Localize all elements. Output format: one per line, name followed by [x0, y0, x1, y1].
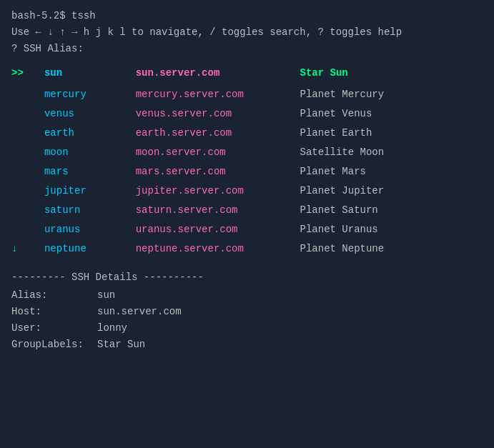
row-alias: venus	[44, 104, 136, 124]
table-row[interactable]: marsmars.server.comPlanet Mars	[11, 162, 483, 181]
divider: --------- SSH Details ----------	[11, 270, 483, 285]
host-text: jupiter.server.com	[136, 185, 244, 196]
server-list-table: >> sun sun.server.com Star Sun mercuryme…	[11, 64, 483, 259]
label-text: Planet Neptune	[300, 243, 385, 254]
header-host: sun.server.com	[136, 64, 300, 85]
prompt-line: bash-5.2$ tssh	[11, 9, 483, 24]
detail-alias-row: Alias: sun	[11, 288, 483, 303]
row-host: saturn.server.com	[136, 201, 300, 220]
row-alias: uranus	[44, 220, 136, 239]
table-row[interactable]: ↓neptuneneptune.server.comPlanet Neptune	[11, 239, 483, 259]
row-alias: jupiter	[44, 181, 136, 201]
row-indicator	[11, 162, 44, 181]
host-text: neptune.server.com	[136, 243, 244, 254]
label-text: Planet Venus	[300, 108, 372, 119]
prompt-text: bash-5.2$ tssh	[11, 10, 96, 21]
header-indicator: >>	[11, 64, 44, 85]
table-row[interactable]: saturnsaturn.server.comPlanet Saturn	[11, 201, 483, 220]
ssh-alias-line: ? SSH Alias:	[11, 41, 483, 56]
table-row[interactable]: earthearth.server.comPlanet Earth	[11, 124, 483, 143]
row-alias: saturn	[44, 201, 136, 220]
alias-text: moon	[44, 146, 69, 158]
row-alias: mercury	[44, 85, 136, 104]
detail-group-label: GroupLabels:	[11, 337, 97, 352]
label-text: Planet Mercury	[300, 89, 385, 100]
row-label: Planet Jupiter	[300, 181, 483, 201]
row-label: Planet Earth	[300, 124, 483, 143]
row-label: Planet Mars	[300, 162, 483, 181]
host-text: mars.server.com	[136, 166, 226, 177]
table-row[interactable]: moonmoon.server.comSatellite Moon	[11, 143, 483, 162]
alias-text: uranus	[44, 224, 80, 235]
indicator-icon: ↓	[11, 243, 17, 254]
row-alias: moon	[44, 143, 136, 162]
label-text: Planet Saturn	[300, 204, 378, 216]
row-label: Planet Uranus	[300, 220, 483, 239]
alias-text: neptune	[44, 243, 87, 254]
row-indicator	[11, 220, 44, 239]
row-alias: mars	[44, 162, 136, 181]
row-host: earth.server.com	[136, 124, 300, 143]
row-indicator	[11, 85, 44, 104]
row-label: Planet Mercury	[300, 85, 483, 104]
detail-host-row: Host: sun.server.com	[11, 304, 483, 319]
detail-user-value: lonny	[97, 321, 127, 336]
row-indicator	[11, 143, 44, 162]
detail-group-row: GroupLabels: Star Sun	[11, 337, 483, 352]
label-text: Planet Earth	[300, 127, 372, 139]
table-row[interactable]: uranusuranus.server.comPlanet Uranus	[11, 220, 483, 239]
table-row[interactable]: mercurymercury.server.comPlanet Mercury	[11, 85, 483, 104]
row-indicator	[11, 124, 44, 143]
alias-text: jupiter	[44, 185, 87, 196]
alias-text: mars	[44, 166, 69, 177]
label-text: Satellite Moon	[300, 146, 385, 158]
detail-alias-value: sun	[97, 288, 115, 303]
row-host: mercury.server.com	[136, 85, 300, 104]
ssh-alias-text: ? SSH Alias:	[11, 43, 84, 54]
detail-section: Alias: sun Host: sun.server.com User: lo…	[11, 288, 483, 352]
host-text: earth.server.com	[136, 127, 232, 139]
label-text: Planet Uranus	[300, 224, 378, 235]
host-text: moon.server.com	[136, 146, 226, 158]
label-text: Planet Mars	[300, 166, 366, 177]
table-row[interactable]: jupiterjupiter.server.comPlanet Jupiter	[11, 181, 483, 201]
row-alias: neptune	[44, 239, 136, 259]
row-label: Planet Saturn	[300, 201, 483, 220]
row-host: uranus.server.com	[136, 220, 300, 239]
host-text: venus.server.com	[136, 108, 232, 119]
alias-text: earth	[44, 127, 74, 139]
detail-host-value: sun.server.com	[97, 304, 182, 319]
host-text: saturn.server.com	[136, 204, 238, 216]
table-header-row: >> sun sun.server.com Star Sun	[11, 64, 483, 85]
table-row[interactable]: venusvenus.server.comPlanet Venus	[11, 104, 483, 124]
row-host: mars.server.com	[136, 162, 300, 181]
terminal-container: bash-5.2$ tssh Use ← ↓ ↑ → h j k l to na…	[11, 9, 483, 352]
row-indicator	[11, 181, 44, 201]
help-text: Use ← ↓ ↑ → h j k l to navigate, / toggl…	[11, 26, 402, 38]
detail-group-value: Star Sun	[97, 337, 145, 352]
row-host: jupiter.server.com	[136, 181, 300, 201]
help-line: Use ← ↓ ↑ → h j k l to navigate, / toggl…	[11, 25, 483, 40]
detail-alias-label: Alias:	[11, 288, 97, 303]
header-label: Star Sun	[300, 64, 483, 85]
detail-user-label: User:	[11, 321, 97, 336]
row-alias: earth	[44, 124, 136, 143]
row-label: Planet Neptune	[300, 239, 483, 259]
label-text: Planet Jupiter	[300, 185, 385, 196]
row-host: neptune.server.com	[136, 239, 300, 259]
alias-text: saturn	[44, 204, 80, 216]
host-text: uranus.server.com	[136, 224, 238, 235]
row-label: Satellite Moon	[300, 143, 483, 162]
alias-text: mercury	[44, 89, 87, 100]
row-indicator	[11, 104, 44, 124]
alias-text: venus	[44, 108, 74, 119]
header-alias: sun	[44, 64, 136, 85]
detail-user-row: User: lonny	[11, 321, 483, 336]
row-indicator	[11, 201, 44, 220]
row-label: Planet Venus	[300, 104, 483, 124]
row-host: venus.server.com	[136, 104, 300, 124]
row-indicator: ↓	[11, 239, 44, 259]
detail-host-label: Host:	[11, 304, 97, 319]
host-text: mercury.server.com	[136, 89, 244, 100]
row-host: moon.server.com	[136, 143, 300, 162]
